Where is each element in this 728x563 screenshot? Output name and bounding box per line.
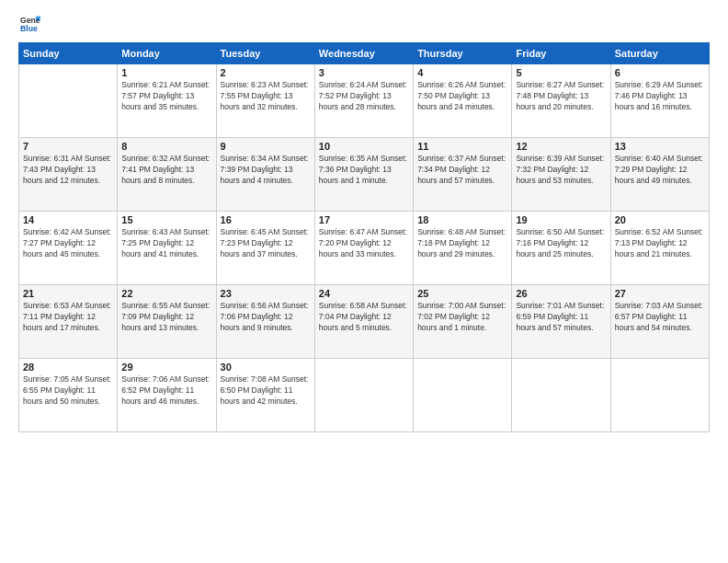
col-wednesday: Wednesday [314,43,413,64]
day-detail: Sunrise: 6:39 AM Sunset: 7:32 PM Dayligh… [516,154,606,187]
calendar-cell: 22Sunrise: 6:55 AM Sunset: 7:09 PM Dayli… [118,285,216,359]
day-number: 13 [615,141,705,152]
calendar-cell: 12Sunrise: 6:39 AM Sunset: 7:32 PM Dayli… [512,138,610,212]
day-number: 29 [121,362,211,373]
calendar-cell [512,359,610,432]
day-number: 9 [221,141,311,152]
calendar-cell [314,359,413,432]
day-detail: Sunrise: 6:42 AM Sunset: 7:27 PM Dayligh… [23,227,113,260]
day-number: 15 [121,214,211,225]
calendar-cell: 29Sunrise: 7:06 AM Sunset: 6:52 PM Dayli… [118,359,216,432]
day-detail: Sunrise: 6:34 AM Sunset: 7:39 PM Dayligh… [221,154,311,187]
calendar-cell: 13Sunrise: 6:40 AM Sunset: 7:29 PM Dayli… [610,138,709,212]
day-detail: Sunrise: 6:48 AM Sunset: 7:18 PM Dayligh… [417,227,507,260]
day-number: 24 [319,288,409,299]
day-number: 23 [221,288,311,299]
calendar-week-4: 21Sunrise: 6:53 AM Sunset: 7:11 PM Dayli… [19,285,710,359]
calendar-cell: 16Sunrise: 6:45 AM Sunset: 7:23 PM Dayli… [216,212,314,285]
day-number: 25 [417,288,507,299]
day-number: 11 [417,141,507,152]
page-header: General Blue [18,15,710,35]
col-friday: Friday [512,43,610,64]
day-detail: Sunrise: 6:53 AM Sunset: 7:11 PM Dayligh… [23,301,113,334]
calendar-cell: 15Sunrise: 6:43 AM Sunset: 7:25 PM Dayli… [118,212,216,285]
calendar-cell: 23Sunrise: 6:56 AM Sunset: 7:06 PM Dayli… [216,285,314,359]
calendar-cell: 7Sunrise: 6:31 AM Sunset: 7:43 PM Daylig… [19,138,118,212]
calendar-cell: 21Sunrise: 6:53 AM Sunset: 7:11 PM Dayli… [19,285,118,359]
calendar-cell: 8Sunrise: 6:32 AM Sunset: 7:41 PM Daylig… [118,138,216,212]
day-detail: Sunrise: 7:08 AM Sunset: 6:50 PM Dayligh… [221,374,311,408]
calendar-week-1: 1Sunrise: 6:21 AM Sunset: 7:57 PM Daylig… [19,64,710,138]
calendar-cell: 25Sunrise: 7:00 AM Sunset: 7:02 PM Dayli… [414,285,512,359]
day-number: 21 [23,288,113,299]
day-detail: Sunrise: 7:01 AM Sunset: 6:59 PM Dayligh… [516,301,606,334]
day-number: 22 [121,288,211,299]
day-number: 14 [23,214,113,225]
col-tuesday: Tuesday [216,43,314,64]
day-number: 18 [417,214,507,225]
day-detail: Sunrise: 6:31 AM Sunset: 7:43 PM Dayligh… [23,154,113,187]
day-detail: Sunrise: 7:05 AM Sunset: 6:55 PM Dayligh… [23,374,113,408]
calendar-cell: 10Sunrise: 6:35 AM Sunset: 7:36 PM Dayli… [314,138,413,212]
day-detail: Sunrise: 6:55 AM Sunset: 7:09 PM Dayligh… [121,301,211,334]
day-number: 4 [417,67,507,78]
day-number: 3 [319,67,409,78]
day-detail: Sunrise: 6:43 AM Sunset: 7:25 PM Dayligh… [121,227,211,260]
day-detail: Sunrise: 6:37 AM Sunset: 7:34 PM Dayligh… [417,154,507,187]
calendar-cell: 9Sunrise: 6:34 AM Sunset: 7:39 PM Daylig… [216,138,314,212]
day-number: 7 [23,141,113,152]
day-number: 20 [615,214,705,225]
day-detail: Sunrise: 6:47 AM Sunset: 7:20 PM Dayligh… [319,227,409,260]
calendar-cell: 11Sunrise: 6:37 AM Sunset: 7:34 PM Dayli… [414,138,512,212]
day-number: 27 [615,288,705,299]
day-number: 8 [121,141,211,152]
day-detail: Sunrise: 6:27 AM Sunset: 7:48 PM Dayligh… [516,80,606,113]
calendar-cell: 20Sunrise: 6:52 AM Sunset: 7:13 PM Dayli… [610,212,709,285]
day-detail: Sunrise: 7:00 AM Sunset: 7:02 PM Dayligh… [417,301,507,334]
day-detail: Sunrise: 6:40 AM Sunset: 7:29 PM Dayligh… [615,154,705,187]
col-saturday: Saturday [610,43,709,64]
day-detail: Sunrise: 6:24 AM Sunset: 7:52 PM Dayligh… [319,80,409,113]
day-detail: Sunrise: 7:03 AM Sunset: 6:57 PM Dayligh… [615,301,705,334]
day-number: 5 [516,67,606,78]
day-detail: Sunrise: 6:32 AM Sunset: 7:41 PM Dayligh… [121,154,211,187]
day-number: 2 [221,67,311,78]
day-detail: Sunrise: 6:50 AM Sunset: 7:16 PM Dayligh… [516,227,606,260]
day-detail: Sunrise: 6:21 AM Sunset: 7:57 PM Dayligh… [121,80,211,113]
day-number: 6 [615,67,705,78]
day-detail: Sunrise: 6:23 AM Sunset: 7:55 PM Dayligh… [221,80,311,113]
calendar-cell: 28Sunrise: 7:05 AM Sunset: 6:55 PM Dayli… [19,359,118,432]
logo: General Blue [18,15,42,35]
calendar-cell: 27Sunrise: 7:03 AM Sunset: 6:57 PM Dayli… [610,285,709,359]
calendar-cell: 24Sunrise: 6:58 AM Sunset: 7:04 PM Dayli… [314,285,413,359]
day-detail: Sunrise: 6:35 AM Sunset: 7:36 PM Dayligh… [319,154,409,187]
calendar-week-5: 28Sunrise: 7:05 AM Sunset: 6:55 PM Dayli… [19,359,710,432]
day-number: 30 [221,362,311,373]
day-detail: Sunrise: 7:06 AM Sunset: 6:52 PM Dayligh… [121,374,211,408]
day-number: 1 [121,67,211,78]
day-detail: Sunrise: 6:29 AM Sunset: 7:46 PM Dayligh… [615,80,705,113]
calendar-cell: 2Sunrise: 6:23 AM Sunset: 7:55 PM Daylig… [216,64,314,138]
calendar-cell: 5Sunrise: 6:27 AM Sunset: 7:48 PM Daylig… [512,64,610,138]
calendar-header-row: Sunday Monday Tuesday Wednesday Thursday… [19,43,710,64]
day-detail: Sunrise: 6:56 AM Sunset: 7:06 PM Dayligh… [221,301,311,334]
calendar-cell: 14Sunrise: 6:42 AM Sunset: 7:27 PM Dayli… [19,212,118,285]
svg-text:Blue: Blue [20,24,38,33]
day-number: 10 [319,141,409,152]
calendar-cell: 17Sunrise: 6:47 AM Sunset: 7:20 PM Dayli… [314,212,413,285]
col-sunday: Sunday [19,43,118,64]
calendar-cell: 19Sunrise: 6:50 AM Sunset: 7:16 PM Dayli… [512,212,610,285]
day-number: 17 [319,214,409,225]
day-detail: Sunrise: 6:52 AM Sunset: 7:13 PM Dayligh… [615,227,705,260]
day-number: 12 [516,141,606,152]
calendar-cell: 26Sunrise: 7:01 AM Sunset: 6:59 PM Dayli… [512,285,610,359]
calendar-week-3: 14Sunrise: 6:42 AM Sunset: 7:27 PM Dayli… [19,212,710,285]
calendar-cell [19,64,118,138]
day-number: 26 [516,288,606,299]
calendar-cell: 1Sunrise: 6:21 AM Sunset: 7:57 PM Daylig… [118,64,216,138]
calendar-cell [610,359,709,432]
day-number: 19 [516,214,606,225]
col-thursday: Thursday [414,43,512,64]
calendar-cell: 6Sunrise: 6:29 AM Sunset: 7:46 PM Daylig… [610,64,709,138]
calendar-week-2: 7Sunrise: 6:31 AM Sunset: 7:43 PM Daylig… [19,138,710,212]
